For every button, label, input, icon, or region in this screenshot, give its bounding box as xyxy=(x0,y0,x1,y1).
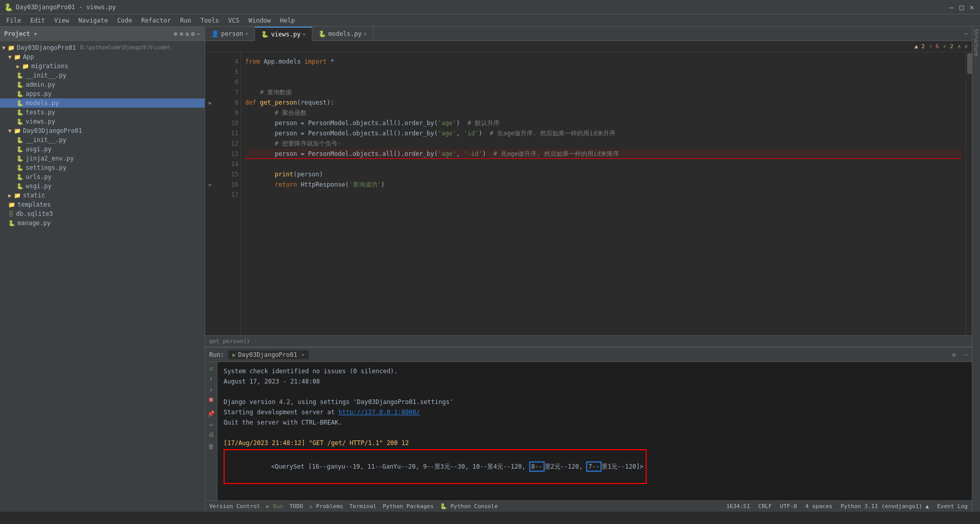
tree-models[interactable]: 🐍 models.py xyxy=(0,98,205,108)
run-tab[interactable]: ▶ Day03DjangoPro01 ✕ xyxy=(228,350,309,359)
tree-templates[interactable]: 📁 templates xyxy=(0,200,205,209)
locate-icon[interactable]: ⊕ xyxy=(174,30,177,37)
run-pin-icon[interactable]: 📌 xyxy=(207,410,215,417)
tree-admin-label: admin.py xyxy=(26,81,55,88)
tab-views-close[interactable]: ✕ xyxy=(303,31,306,37)
tree-wsgi[interactable]: 🐍 wsgi.py xyxy=(0,182,205,191)
status-python-version[interactable]: Python 3.11 (envdjango1) ▲ xyxy=(841,503,929,510)
menu-file[interactable]: File xyxy=(2,16,25,25)
status-problems[interactable]: ⚠ Problems xyxy=(309,503,343,510)
menu-help[interactable]: Help xyxy=(276,16,299,25)
code-text: person = PersonModel.objects.all().order… xyxy=(245,149,438,159)
status-todo[interactable]: TODO xyxy=(289,503,303,510)
tree-asgi[interactable]: 🐍 asgi.py xyxy=(0,145,205,154)
tree-admin[interactable]: 🐍 admin.py xyxy=(0,80,205,89)
status-python-packages[interactable]: Python Packages xyxy=(383,503,433,510)
gutter-8: ▶ xyxy=(205,97,215,108)
code-line-10: person = PersonModel.objects.all().order… xyxy=(245,118,962,128)
tree-apps[interactable]: 🐍 apps.py xyxy=(0,89,205,98)
project-panel: Project ▾ ⊕ ≡ ⇅ ⚙ — ▼ 📁 Day03DjangoPro01… xyxy=(0,27,205,512)
py-file-icon: 🐍 xyxy=(16,72,24,79)
warnings-arrows[interactable]: ∧ ∨ xyxy=(957,43,968,50)
tab-views-label: views.py xyxy=(271,31,301,38)
tree-day03-folder[interactable]: ▼ 📁 Day03DjangoPro01 xyxy=(0,126,205,135)
run-line-5: Starting development server at http://12… xyxy=(224,407,966,417)
project-title: Project ▾ xyxy=(4,30,37,37)
status-version-control[interactable]: Version Control xyxy=(209,503,260,510)
run-wrap-icon[interactable]: ↵ xyxy=(209,420,213,428)
menu-edit[interactable]: Edit xyxy=(26,16,49,25)
menu-refactor[interactable]: Refactor xyxy=(137,16,175,25)
gutter-17 xyxy=(205,190,215,200)
tab-views[interactable]: 🐍 views.py ✕ xyxy=(255,27,312,41)
status-indent[interactable]: 4 spaces xyxy=(805,503,832,510)
error-count[interactable]: ⚡ 6 xyxy=(929,43,939,50)
tab-models[interactable]: 🐍 models.py ✕ xyxy=(312,27,373,41)
run-print-icon[interactable]: 🖨 xyxy=(208,431,214,438)
tree-settings[interactable]: 🐍 settings.py xyxy=(0,163,205,172)
minimize-panel-icon[interactable]: — xyxy=(197,30,201,37)
tree-static[interactable]: ▶ 📁 static xyxy=(0,191,205,200)
menu-window[interactable]: Window xyxy=(245,16,275,25)
code-line-11: person = PersonModel.objects.all().order… xyxy=(245,128,962,138)
status-event-log[interactable]: Event Log xyxy=(937,503,968,510)
menu-vcs[interactable]: VCS xyxy=(224,16,244,25)
run-settings-icon[interactable]: ⚙ xyxy=(952,351,956,358)
tab-models-close[interactable]: ✕ xyxy=(364,31,367,36)
status-crlf[interactable]: CRLF xyxy=(758,503,772,510)
menu-view[interactable]: View xyxy=(50,16,73,25)
menu-navigate[interactable]: Navigate xyxy=(74,16,112,25)
minimize-button[interactable]: — xyxy=(947,3,955,11)
maximize-button[interactable]: □ xyxy=(957,3,966,11)
run-tab-close[interactable]: ✕ xyxy=(302,352,305,357)
editor-scrollbar[interactable] xyxy=(966,52,972,335)
status-run[interactable]: ▶ Run xyxy=(266,503,283,510)
run-restart-icon[interactable]: ↺ xyxy=(209,364,213,372)
menu-run[interactable]: Run xyxy=(176,16,195,25)
run-up-icon[interactable]: ↑ xyxy=(209,375,213,382)
code-content[interactable]: from App.models import * # 查询数据 def get xyxy=(241,52,966,335)
settings-icon[interactable]: ⚙ xyxy=(191,30,195,37)
menu-code[interactable]: Code xyxy=(113,16,136,25)
gutter-16: ⊳ xyxy=(205,179,215,190)
tree-init[interactable]: 🐍 __init__.py xyxy=(0,71,205,80)
right-sidebar: Structure xyxy=(972,27,980,512)
tree-root[interactable]: ▼ 📁 Day03DjangoPro01 D:\pythonCode\Djang… xyxy=(0,43,205,52)
tree-views[interactable]: 🐍 views.py xyxy=(0,117,205,126)
tree-migrations-label: migrations xyxy=(31,63,68,70)
tab-person-close[interactable]: ✕ xyxy=(245,31,248,36)
tree-migrations[interactable]: ▶ 📁 migrations xyxy=(0,62,205,71)
tree-db[interactable]: 🗄 db.sqlite3 xyxy=(0,209,205,218)
sort-icon[interactable]: ⇅ xyxy=(185,30,189,37)
status-position[interactable]: 1634:51 xyxy=(726,503,750,510)
code-line-15: print (person) xyxy=(245,169,962,179)
app-folder-icon: 📁 xyxy=(14,54,21,61)
status-python-console[interactable]: 🐍 Python Console xyxy=(440,503,498,510)
status-encoding[interactable]: UTF-8 xyxy=(780,503,797,510)
tree-tests[interactable]: 🐍 tests.py xyxy=(0,108,205,117)
more-tabs-button[interactable]: ⋯ xyxy=(960,30,972,37)
run-down-icon[interactable]: ↓ xyxy=(209,386,213,393)
close-button[interactable]: ✕ xyxy=(968,3,976,11)
tab-person[interactable]: 👤 person ✕ xyxy=(205,27,255,41)
scrollbar-thumb[interactable] xyxy=(967,53,972,74)
warning-count[interactable]: ▲ 2 xyxy=(915,43,925,50)
tree-day03-init-label: __init__.py xyxy=(26,136,66,144)
tree-urls[interactable]: 🐍 urls.py xyxy=(0,172,205,182)
code-editor[interactable]: ▶ ⊳ 4 5 6 7 8 9 xyxy=(205,52,972,335)
folder-expand-icon: ▼ xyxy=(2,45,6,51)
run-minimize-icon[interactable]: — xyxy=(964,351,968,358)
collapse-icon[interactable]: ≡ xyxy=(179,30,183,37)
right-icon-1[interactable]: Structure xyxy=(973,29,979,56)
tree-manage[interactable]: 🐍 manage.py xyxy=(0,218,205,228)
server-link[interactable]: http://127.0.0.1:8000/ xyxy=(338,409,420,416)
ok-count[interactable]: ✓ 2 xyxy=(943,43,953,50)
tree-app-folder[interactable]: ▼ 📁 App xyxy=(0,52,205,62)
tree-day03-init[interactable]: 🐍 __init__.py xyxy=(0,135,205,145)
menu-tools[interactable]: Tools xyxy=(196,16,223,25)
run-trash-icon[interactable]: 🗑 xyxy=(208,443,214,450)
status-terminal[interactable]: Terminal xyxy=(349,503,376,510)
tree-jinja[interactable]: 🐍 jinja2_env.py xyxy=(0,154,205,163)
editor-column: 👤 person ✕ 🐍 views.py ✕ 🐍 models.py ✕ ⋯ xyxy=(205,27,972,512)
run-stop-icon[interactable]: ■ xyxy=(209,396,213,403)
